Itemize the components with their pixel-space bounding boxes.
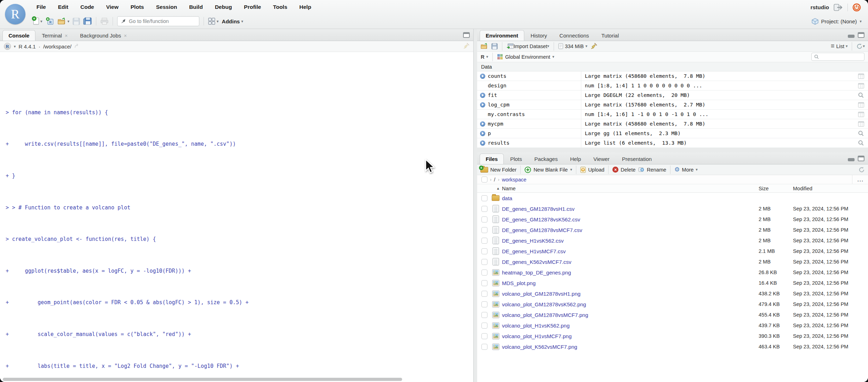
menu-item[interactable]: Tools [267,4,293,10]
tab-plots[interactable]: Plots [504,154,528,164]
file-name-link[interactable]: DE_genes_GM12878vsH1.csv [502,206,759,212]
environment-search-box[interactable] [811,53,864,61]
project-selector[interactable]: Project: (None) ▾ [812,16,862,27]
file-checkbox[interactable] [481,291,487,297]
file-row[interactable]: DE_genes_GM12878vsH1.csv 2 MB Sep 23, 20… [477,203,868,214]
goto-file-function-input[interactable] [129,18,189,24]
clear-console-button[interactable] [463,43,469,50]
tab-background-jobs[interactable]: Background Jobs × [74,30,133,41]
print-button[interactable] [101,18,108,25]
shortcuts-button[interactable]: ▾ [208,18,219,25]
view-table-icon[interactable] [858,102,864,108]
file-row[interactable]: DE_genes_H1vsK562.csv 2 MB Sep 23, 2024,… [477,235,868,246]
file-name-link[interactable]: DE_genes_GM12878vsMCF7.csv [502,227,759,233]
menu-item[interactable]: Session [150,4,183,10]
file-name-link[interactable]: volcano_plot_GM12878vsK562.png [502,301,759,307]
column-modified[interactable]: Modified [793,186,868,191]
file-name-link[interactable]: DE_genes_H1vsK562.csv [502,238,759,244]
sign-out-button[interactable] [834,4,843,11]
tab-terminal[interactable]: Terminal × [36,30,74,41]
environment-row[interactable]: mycpm Large matrix (458680 elements, 7.8… [477,119,868,129]
tab-console[interactable]: Console [2,30,35,41]
delete-button[interactable]: × Delete [612,167,635,173]
tab-viewer[interactable]: Viewer [587,154,616,164]
tab-tutorial[interactable]: Tutorial [595,30,625,41]
file-name-link[interactable]: volcano_plot_H1vsMCF7.png [502,333,759,339]
tab-files[interactable]: Files [480,154,504,164]
column-size[interactable]: Size [759,186,793,191]
open-file-button[interactable]: ▾ [57,18,70,25]
file-row[interactable]: DE_genes_GM12878vsMCF7.csv 2 MB Sep 23, … [477,225,868,235]
file-name-link[interactable]: volcano_plot_K562vsMCF7.png [502,344,759,350]
close-icon[interactable]: × [65,33,68,39]
environment-row[interactable]: design num [1:8, 1:4] 1 1 0 0 0 0 0 0 0 … [477,81,868,91]
console-horizontal-scrollbar[interactable] [3,378,402,381]
maximize-pane-icon[interactable] [858,156,864,161]
file-checkbox[interactable] [481,270,487,276]
view-table-icon[interactable] [858,74,864,79]
environment-row[interactable]: results Large list (6 elements, 13.3 MB) [477,138,868,148]
menu-item[interactable]: Debug [209,4,238,10]
tab-environment[interactable]: Environment [480,30,524,41]
file-checkbox[interactable] [481,333,487,339]
file-name-link[interactable]: data [502,195,759,201]
file-row[interactable]: volcano_plot_GM12878vsMCF7.png 455.4 KB … [477,309,868,320]
maximize-pane-icon[interactable] [858,32,864,38]
more-button[interactable]: ⚙ More ▾ [674,166,698,173]
expand-object-icon[interactable] [480,74,485,79]
tab-packages[interactable]: Packages [529,154,564,164]
file-row[interactable]: volcano_plot_H1vsK562.png 439.7 KB Sep 2… [477,320,868,331]
save-button[interactable] [73,18,80,25]
file-name-link[interactable]: DE_genes_K562vsMCF7.csv [502,259,759,265]
menu-item[interactable]: Code [74,4,100,10]
memory-usage-button[interactable]: 334 MiB ▾ [558,43,588,49]
import-dataset-button[interactable]: Import Dataset ▾ [507,44,549,49]
tab-presentation[interactable]: Presentation [616,154,658,164]
view-table-icon[interactable] [858,121,864,127]
view-table-icon[interactable] [858,112,864,117]
file-checkbox[interactable] [481,216,487,222]
environment-row[interactable]: my.contrasts num [1:4, 1:6] 1 -1 0 0 1 0… [477,110,868,119]
new-blank-file-button[interactable]: New Blank File ▾ [525,167,572,173]
menu-item[interactable]: File [30,4,52,10]
file-checkbox[interactable] [481,248,487,254]
file-name-link[interactable]: DE_genes_GM12878vsK562.csv [502,216,759,222]
file-checkbox[interactable] [481,344,487,350]
breadcrumb-overflow[interactable]: ... [852,175,864,184]
file-name-link[interactable]: volcano_plot_GM12878vsH1.png [502,291,759,297]
expand-object-icon[interactable] [480,121,485,127]
environment-search-input[interactable] [821,54,860,59]
expand-object-icon[interactable] [480,102,485,108]
clear-environment-button[interactable] [590,43,597,50]
column-name[interactable]: Name [502,186,759,191]
file-checkbox[interactable] [481,280,487,286]
file-row[interactable]: DE_genes_GM12878vsK562.csv 2 MB Sep 23, … [477,214,868,225]
expand-object-icon[interactable] [480,131,485,136]
menu-item[interactable]: Help [293,4,318,10]
upload-button[interactable]: Upload [580,167,604,173]
file-row[interactable]: MDS_plot.png 16.4 KB Sep 23, 2024, 12:56… [477,278,868,288]
tab-history[interactable]: History [525,30,553,41]
inspect-object-icon[interactable] [858,131,864,136]
file-checkbox[interactable] [481,206,487,212]
file-name-link[interactable]: volcano_plot_H1vsK562.png [502,323,759,329]
file-checkbox[interactable] [481,323,487,329]
file-row[interactable]: data [477,193,868,203]
file-checkbox[interactable] [481,301,487,307]
tab-help[interactable]: Help [564,154,587,164]
load-workspace-button[interactable] [480,43,488,50]
expand-object-icon[interactable] [480,93,485,98]
addins-button[interactable]: Addins ▾ [222,18,243,24]
file-row[interactable]: volcano_plot_GM12878vsH1.png 438.2 KB Se… [477,288,868,299]
quit-session-button[interactable] [852,3,861,12]
file-checkbox[interactable] [481,227,487,233]
file-row[interactable]: heatmap_top_DE_genes.png 26.8 KB Sep 23,… [477,267,868,278]
file-name-link[interactable]: volcano_plot_GM12878vsMCF7.png [502,312,759,318]
maximize-pane-icon[interactable] [463,32,470,38]
new-project-button[interactable]: R [46,17,54,25]
environment-row[interactable]: log_cpm Large matrix (157680 elements, 2… [477,100,868,110]
file-checkbox[interactable] [481,312,487,318]
file-name-link[interactable]: DE_genes_H1vsMCF7.csv [502,248,759,254]
breadcrumb-root[interactable]: / [494,177,495,183]
file-name-link[interactable]: heatmap_top_DE_genes.png [502,270,759,276]
